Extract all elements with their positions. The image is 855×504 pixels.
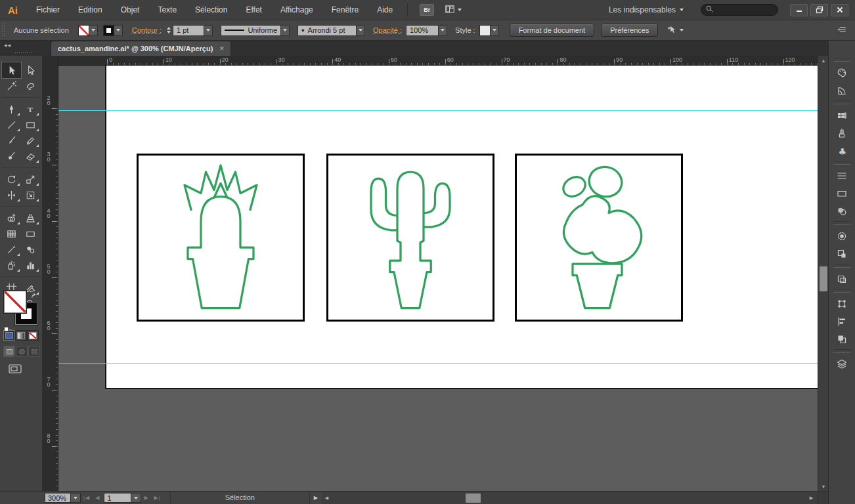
style-dropdown[interactable] (491, 25, 499, 36)
tab-close-icon[interactable]: × (219, 44, 224, 53)
perspective-grid-tool[interactable] (21, 210, 40, 226)
blend-tool[interactable] (21, 242, 40, 257)
transparency-panel-icon[interactable] (829, 202, 855, 220)
none-button[interactable] (27, 330, 39, 341)
pathfinder-panel-icon[interactable] (829, 330, 855, 348)
color-guide-panel-icon[interactable] (829, 81, 855, 99)
brush-definition-dropdown[interactable] (357, 25, 365, 36)
preferences-button[interactable]: Préférences (601, 24, 658, 37)
transform-panel-icon[interactable] (829, 295, 855, 312)
color-button[interactable] (3, 330, 15, 341)
draw-behind-button[interactable] (16, 346, 28, 357)
swatches-panel-icon[interactable] (829, 106, 855, 124)
panel-group-grip[interactable] (833, 221, 850, 227)
document-tab[interactable]: cactus_amandine.ai* @ 300% (CMJN/Aperçu)… (51, 41, 231, 56)
last-artboard-button[interactable]: ▶| (154, 495, 161, 501)
width-profile-dropdown[interactable] (281, 25, 290, 36)
scale-tool[interactable] (21, 171, 40, 187)
zoom-dropdown[interactable] (71, 493, 81, 503)
stroke-color-swatch[interactable] (103, 25, 114, 36)
zoom-level-field[interactable]: 300% (45, 493, 71, 503)
artwork-frame-3[interactable] (515, 154, 683, 322)
rectangle-tool[interactable] (21, 117, 40, 133)
draw-normal-button[interactable] (3, 346, 15, 357)
vertical-ruler[interactable]: 20304050607080 (43, 56, 58, 491)
fill-color-swatch[interactable] (78, 25, 89, 36)
menu-objet[interactable]: Objet (112, 0, 149, 20)
horizontal-scroll-thumb[interactable] (466, 494, 481, 503)
swap-fill-stroke-icon[interactable] (31, 291, 38, 303)
fill-dropdown-button[interactable] (89, 25, 98, 36)
paintbrush-tool[interactable] (2, 133, 21, 148)
line-segment-tool[interactable] (2, 117, 21, 133)
menu-affichage[interactable]: Affichage (271, 0, 322, 20)
canvas[interactable] (58, 66, 818, 491)
free-transform-tool[interactable] (21, 187, 40, 203)
stroke-weight-dropdown[interactable] (204, 25, 213, 36)
lasso-tool[interactable] (21, 78, 40, 94)
minimize-button[interactable] (790, 4, 808, 16)
artboards-panel-icon[interactable] (829, 270, 855, 287)
toolbar-grip[interactable] (14, 52, 32, 54)
horizontal-ruler[interactable]: 0102030405060708090100110120 (58, 56, 818, 66)
style-swatch[interactable] (479, 25, 491, 36)
scroll-down-icon[interactable]: ▼ (818, 482, 829, 491)
pen-tool[interactable] (2, 101, 21, 117)
magic-wand-tool[interactable] (2, 78, 21, 94)
width-profile-field[interactable]: Uniforme (221, 25, 281, 36)
vertical-scroll-thumb[interactable] (820, 266, 827, 291)
opacity-field[interactable]: 100% (406, 25, 439, 36)
menu-aide[interactable]: Aide (368, 0, 402, 20)
rotate-tool[interactable] (2, 171, 21, 187)
width-tool[interactable] (2, 187, 21, 203)
menu-edition[interactable]: Edition (69, 0, 112, 20)
menu-selection[interactable]: Sélection (186, 0, 236, 20)
vertical-scrollbar[interactable]: ▲ ▼ (818, 56, 828, 491)
gradient-button[interactable] (15, 330, 27, 341)
artwork-frame-1[interactable] (137, 154, 305, 322)
opacity-panel-link[interactable]: Opacité : (373, 26, 402, 34)
fill-proxy-swatch[interactable] (4, 291, 26, 313)
graphic-styles-panel-icon[interactable] (829, 245, 855, 262)
stroke-panel-icon[interactable] (829, 167, 855, 184)
symbols-panel-icon[interactable]: ♣ (829, 142, 855, 159)
bridge-button[interactable]: Br (420, 4, 434, 16)
symbol-sprayer-tool[interactable] (2, 257, 21, 273)
scroll-up-icon[interactable]: ▲ (818, 56, 829, 65)
next-artboard-button[interactable]: ▶ (144, 495, 148, 501)
panel-group-grip[interactable] (833, 289, 850, 295)
shape-builder-tool[interactable] (2, 210, 21, 226)
workspace-switcher[interactable]: Les indispensables (609, 5, 684, 14)
menu-effet[interactable]: Effet (236, 0, 271, 20)
layers-panel-icon[interactable] (829, 355, 855, 373)
pencil-tool[interactable] (21, 133, 40, 148)
panel-group-grip[interactable] (833, 161, 850, 167)
align-to-selection-button[interactable] (667, 24, 684, 36)
search-input[interactable] (701, 4, 778, 16)
guide-bottom[interactable] (58, 363, 818, 364)
menu-fichier[interactable]: Fichier (27, 0, 69, 20)
gradient-panel-icon[interactable] (829, 184, 855, 202)
brushes-panel-icon[interactable] (829, 124, 855, 142)
direct-selection-tool[interactable] (21, 62, 40, 78)
screen-mode-button[interactable] (8, 363, 22, 377)
scroll-left-icon[interactable]: ◀ (322, 492, 332, 504)
mesh-tool[interactable] (2, 226, 21, 242)
panel-menu-icon[interactable] (837, 24, 847, 36)
artboard-dropdown[interactable] (131, 493, 141, 503)
draw-inside-button[interactable] (28, 346, 40, 357)
document-setup-button[interactable]: Format de document (510, 24, 595, 37)
eraser-tool[interactable] (21, 148, 40, 164)
status-expand-icon[interactable]: ▶ (310, 495, 322, 501)
align-panel-icon[interactable] (829, 312, 855, 330)
gradient-tool[interactable] (21, 226, 40, 242)
first-artboard-button[interactable]: |◀ (83, 495, 90, 501)
panel-group-grip[interactable] (833, 264, 850, 270)
scroll-right-icon[interactable]: ▶ (806, 492, 816, 504)
previous-artboard-button[interactable]: ◀ (95, 495, 100, 501)
panel-group-grip[interactable] (833, 349, 850, 355)
panel-group-grip[interactable] (833, 100, 850, 106)
collapse-panel-icon[interactable]: ◀◀ (4, 43, 11, 47)
close-button[interactable] (831, 4, 848, 16)
stroke-weight-field[interactable]: 1 pt (173, 25, 204, 36)
